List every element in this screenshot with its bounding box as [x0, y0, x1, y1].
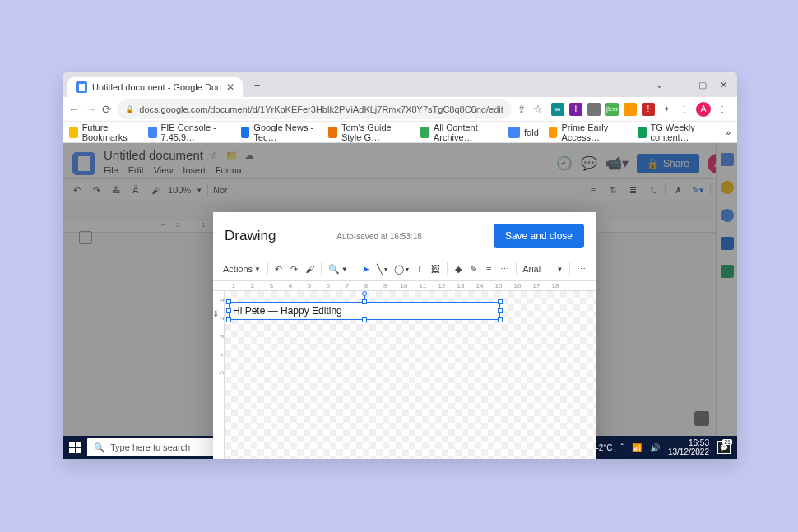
- margin-handle-icon[interactable]: ⇕: [213, 308, 221, 319]
- shape-tool-icon[interactable]: ◯▾: [394, 264, 409, 275]
- extension-icon[interactable]: I: [569, 103, 582, 116]
- textbox-content: Hi Pete — Happy Editing: [233, 305, 342, 317]
- bookmark-item[interactable]: TG Weekly content…: [638, 123, 716, 142]
- border-color-icon[interactable]: ✎: [469, 261, 478, 276]
- actions-menu[interactable]: Actions▼: [223, 264, 261, 274]
- resize-handle-n[interactable]: [362, 299, 367, 304]
- start-button[interactable]: [63, 436, 87, 459]
- clock[interactable]: 16:53 13/12/2022: [668, 438, 709, 456]
- new-tab-button[interactable]: +: [249, 76, 266, 93]
- notif-count: 21: [722, 439, 732, 445]
- select-tool-icon[interactable]: ➤: [361, 261, 370, 276]
- drawing-toolbar: Actions▼ ↶ ↷ 🖌 🔍▼ ➤ ╲▾ ◯▾ ⊤ 🖼 ◆ ✎ ≡ ⋯ Ar: [213, 257, 596, 281]
- fill-color-icon[interactable]: ◆: [453, 261, 462, 276]
- more-icon[interactable]: ⋮: [678, 103, 691, 116]
- undo-icon[interactable]: ↶: [275, 261, 284, 276]
- time: 16:53: [668, 438, 709, 447]
- bookmark-item[interactable]: Tom's Guide Style G…: [328, 123, 411, 142]
- chrome-menu-icon[interactable]: ⋮: [716, 103, 729, 116]
- extension-icon[interactable]: [624, 103, 637, 116]
- canvas-horizontal-ruler: 123456789101112131415161718: [213, 281, 596, 291]
- wifi-icon[interactable]: 📶: [632, 443, 642, 452]
- address-bar-row: ← → ⟳ 🔒 docs.google.com/document/d/1YrKp…: [63, 97, 737, 122]
- volume-icon[interactable]: 🔊: [650, 443, 660, 452]
- save-and-close-button[interactable]: Save and close: [494, 224, 584, 248]
- system-tray: ☁ -2°C ˆ 📶 🔊 16:53 13/12/2022 💬21: [578, 438, 737, 456]
- profile-avatar[interactable]: A: [696, 102, 711, 117]
- border-weight-icon[interactable]: ≡: [485, 261, 494, 276]
- extension-icon[interactable]: ∞: [551, 103, 564, 116]
- text-box[interactable]: Hi Pete — Happy Editing: [229, 302, 500, 320]
- window-controls: ⌄ ― ▢ ✕: [646, 72, 737, 97]
- bookmarks-overflow[interactable]: »: [726, 127, 731, 137]
- reload-button[interactable]: ⟳: [100, 99, 114, 119]
- extension-icon[interactable]: βετα: [605, 103, 619, 116]
- redo-icon[interactable]: ↷: [290, 261, 299, 276]
- rotation-handle[interactable]: [362, 291, 367, 296]
- drawing-canvas-wrapper: 123456789101112131415161718 12345 ⇕ Hi P…: [213, 281, 596, 459]
- share-page-icon[interactable]: ⇪: [515, 99, 528, 119]
- modal-header: Drawing Auto-saved at 16:53:18 Save and …: [213, 212, 596, 257]
- docs-app: Untitled document ☆ 📁 ☁ File Edit View I…: [63, 143, 737, 459]
- extension-icon[interactable]: [587, 103, 601, 116]
- notifications-icon[interactable]: 💬21: [717, 441, 731, 454]
- bookmark-item[interactable]: Future Bookmarks: [69, 123, 138, 142]
- extensions: ∞ I βετα ! ✦ ⋮ A ⋮: [548, 102, 732, 117]
- browser-window: Untitled document - Google Doc ✕ + ⌄ ― ▢…: [63, 72, 737, 459]
- more-options-icon[interactable]: ⋯: [577, 261, 586, 276]
- close-window-button[interactable]: ✕: [720, 80, 727, 90]
- resize-handle-nw[interactable]: [226, 299, 231, 304]
- resize-handle-w[interactable]: [226, 308, 231, 313]
- bookmark-item[interactable]: Google News - Tec…: [241, 123, 319, 142]
- drawing-modal: Drawing Auto-saved at 16:53:18 Save and …: [213, 212, 596, 459]
- bookmark-star-icon[interactable]: ☆: [531, 99, 545, 119]
- address-bar[interactable]: 🔒 docs.google.com/document/d/1YrKpKEFer3…: [117, 99, 512, 119]
- paint-format-icon[interactable]: 🖌: [305, 261, 314, 276]
- bookmark-item[interactable]: fold: [508, 127, 539, 138]
- tab-strip: Untitled document - Google Doc ✕ + ⌄ ― ▢…: [63, 72, 737, 97]
- search-icon: 🔍: [94, 442, 105, 453]
- date: 13/12/2022: [668, 447, 709, 456]
- forward-button[interactable]: →: [84, 99, 97, 119]
- resize-handle-ne[interactable]: [498, 299, 503, 304]
- docs-favicon: [76, 81, 87, 93]
- resize-handle-se[interactable]: [498, 317, 503, 322]
- textbox-tool-icon[interactable]: ⊤: [415, 261, 425, 276]
- drawing-canvas[interactable]: ⇕ Hi Pete — Happy Editing: [225, 291, 596, 459]
- image-tool-icon[interactable]: 🖼: [431, 261, 440, 276]
- zoom-menu[interactable]: 🔍▼: [328, 264, 348, 275]
- lock-icon: 🔒: [125, 105, 134, 113]
- minimize-button[interactable]: ―: [676, 80, 685, 90]
- search-placeholder: Type here to search: [110, 442, 190, 452]
- weather-temp: -2°C: [596, 443, 612, 452]
- resize-handle-sw[interactable]: [226, 317, 231, 322]
- windows-logo-icon: [69, 442, 81, 453]
- border-dash-icon[interactable]: ⋯: [500, 261, 509, 276]
- tray-chevron-icon[interactable]: ˆ: [621, 443, 624, 452]
- browser-tab[interactable]: Untitled document - Google Doc ✕: [67, 77, 243, 97]
- url-text: docs.google.com/document/d/1YrKpKEFer3Hb…: [139, 104, 503, 114]
- line-tool-icon[interactable]: ╲▾: [377, 264, 387, 275]
- font-select[interactable]: Arial ▼: [522, 264, 563, 274]
- resize-handle-s[interactable]: [362, 317, 367, 322]
- bookmarks-bar: Future Bookmarks FIE Console - 7.45.9… G…: [63, 122, 737, 143]
- bookmark-item[interactable]: FIE Console - 7.45.9…: [148, 123, 231, 142]
- resize-handle-e[interactable]: [498, 308, 503, 313]
- extension-icon[interactable]: !: [642, 103, 655, 116]
- close-icon[interactable]: ✕: [226, 81, 234, 93]
- extensions-menu-icon[interactable]: ✦: [660, 103, 673, 116]
- back-button[interactable]: ←: [67, 99, 81, 119]
- chevron-down-icon[interactable]: ⌄: [656, 80, 663, 90]
- tab-title: Untitled document - Google Doc: [92, 82, 221, 92]
- modal-title: Drawing: [225, 228, 276, 244]
- maximize-button[interactable]: ▢: [698, 80, 707, 90]
- autosave-status: Auto-saved at 16:53:18: [336, 232, 421, 241]
- bookmark-item[interactable]: Prime Early Access…: [549, 123, 628, 142]
- bookmark-item[interactable]: All Content Archive…: [420, 123, 499, 142]
